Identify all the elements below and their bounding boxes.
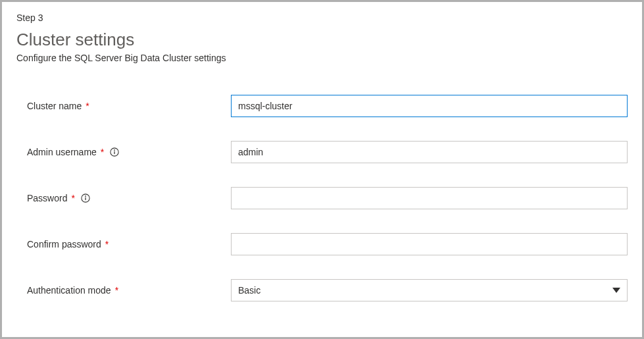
row-password: Password * (27, 187, 628, 209)
required-asterisk: * (71, 193, 74, 203)
required-asterisk: * (101, 147, 104, 157)
required-asterisk: * (86, 101, 89, 111)
required-asterisk: * (115, 285, 118, 296)
row-confirm-password: Confirm password * (27, 233, 628, 255)
password-input[interactable] (231, 187, 628, 209)
label-text: Password (27, 193, 67, 203)
required-asterisk: * (105, 239, 109, 249)
label-auth-mode: Authentication mode * (27, 285, 231, 296)
label-password: Password * (27, 193, 231, 203)
svg-point-1 (114, 149, 115, 151)
label-text: Cluster name (27, 101, 82, 111)
auth-mode-select[interactable]: Basic (231, 279, 628, 301)
label-admin-username: Admin username * (27, 147, 231, 157)
confirm-password-input[interactable] (231, 233, 628, 255)
info-icon[interactable] (109, 147, 120, 157)
row-auth-mode: Authentication mode * Basic (27, 279, 628, 301)
label-cluster-name: Cluster name * (27, 101, 231, 111)
svg-rect-2 (114, 151, 115, 154)
page-title: Cluster settings (16, 30, 628, 50)
svg-point-4 (85, 196, 86, 197)
admin-username-input[interactable] (231, 141, 628, 163)
page-subtitle: Configure the SQL Server Big Data Cluste… (16, 53, 628, 63)
label-text: Authentication mode (27, 285, 111, 296)
svg-rect-5 (85, 197, 86, 200)
cluster-name-input[interactable] (231, 95, 628, 117)
info-icon[interactable] (80, 193, 91, 203)
label-confirm-password: Confirm password * (27, 239, 231, 249)
label-text: Confirm password (27, 239, 101, 249)
row-admin-username: Admin username * (27, 141, 628, 163)
step-label: Step 3 (16, 13, 628, 23)
label-text: Admin username (27, 147, 97, 157)
cluster-settings-form: Cluster name * Admin username * Password… (16, 95, 628, 301)
row-cluster-name: Cluster name * (27, 95, 628, 117)
